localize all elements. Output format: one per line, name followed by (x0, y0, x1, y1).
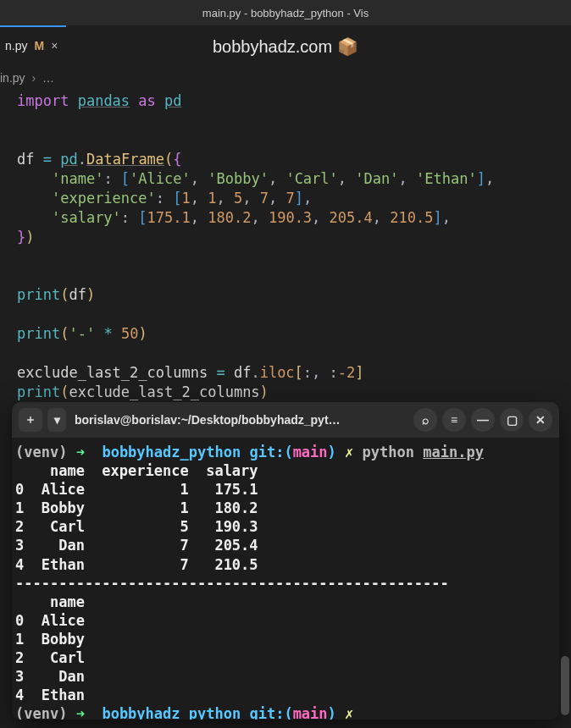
command-file: main.py (423, 444, 484, 461)
terminal-titlebar[interactable]: ＋ ▾ borislav@borislav:~/Desktop/bobbyhad… (12, 402, 559, 438)
fn-print: print (17, 286, 60, 303)
minimize-icon: — (477, 413, 489, 427)
chevron-down-icon: ▾ (54, 413, 60, 427)
tab-row: n.py M × (0, 25, 66, 63)
code-editor[interactable]: import pandas as pd df = pd.DataFrame({ … (0, 88, 571, 402)
key-experience: 'experience' (52, 190, 156, 207)
minimize-button[interactable]: — (471, 408, 495, 432)
output-row: 4 Ethan 7 210.5 (15, 556, 258, 573)
output2-header: name (15, 593, 85, 610)
output-row: 3 Dan (15, 668, 85, 685)
output-row: 1 Bobby 1 180.2 (15, 499, 258, 516)
terminal-body[interactable]: (venv) ➜ bobbyhadz_python git:(main) ✗ p… (12, 438, 559, 720)
close-icon: ✕ (535, 413, 546, 427)
close-window-button[interactable]: ✕ (529, 408, 552, 432)
cube-icon: 📦 (337, 36, 358, 57)
breadcrumb[interactable]: in.py › … (0, 68, 571, 88)
output-row: 3 Dan 7 205.4 (15, 537, 258, 554)
class-dataframe: DataFrame (86, 151, 164, 168)
tab-main-py[interactable]: n.py M × (0, 25, 66, 63)
window-titlebar: main.py - bobbyhadz_python - Vis (0, 0, 571, 25)
terminal-title: borislav@borislav:~/Desktop/bobbyhadz_py… (75, 413, 408, 427)
site-header: bobbyhadz.com 📦 (0, 25, 571, 68)
git-branch: main (293, 444, 328, 461)
breadcrumb-file: in.py (0, 71, 25, 85)
ref-pd: pd (60, 151, 77, 168)
key-salary: 'salary' (52, 209, 121, 226)
search-button[interactable]: ⌕ (413, 408, 437, 432)
op-assign: = (43, 151, 52, 168)
keyword-import: import (17, 92, 69, 109)
git-label: git: (249, 444, 284, 461)
output-row: 0 Alice (15, 612, 85, 629)
key-name: 'name' (52, 170, 103, 187)
alias-pd: pd (164, 92, 181, 109)
command-python: python (363, 444, 414, 461)
output-header: name experience salary (15, 462, 258, 479)
modified-badge: M (34, 39, 44, 52)
var-exclude: exclude_last_2_columns (17, 364, 208, 381)
prompt-venv: (venv) (15, 444, 67, 461)
terminal-window: ＋ ▾ borislav@borislav:~/Desktop/bobbyhad… (12, 402, 559, 720)
chevron-right-icon: › (31, 71, 36, 85)
terminal-scrollbar[interactable] (561, 402, 569, 720)
output-row: 4 Ethan (15, 687, 85, 703)
output-separator: ----------------------------------------… (15, 575, 449, 592)
var-df: df (17, 151, 34, 168)
scrollbar-thumb[interactable] (561, 656, 569, 715)
tab-dropdown-button[interactable]: ▾ (47, 408, 66, 432)
menu-button[interactable]: ≡ (442, 408, 466, 432)
new-tab-button[interactable]: ＋ (19, 408, 42, 432)
hamburger-icon: ≡ (451, 413, 457, 427)
tab-filename: n.py (5, 39, 27, 52)
keyword-as: as (138, 92, 155, 109)
maximize-icon: ▢ (507, 413, 518, 427)
maximize-button[interactable]: ▢ (500, 408, 524, 432)
output-row: 2 Carl 5 190.3 (15, 518, 258, 535)
prop-iloc: iloc (260, 364, 295, 381)
output-row: 0 Alice 1 175.1 (15, 481, 258, 498)
plus-icon: ＋ (25, 412, 36, 427)
prompt-path: bobbyhadz_python (102, 444, 241, 461)
module-pandas: pandas (78, 92, 130, 109)
git-dirty-icon: ✗ (345, 444, 353, 461)
output-row: 2 Carl (15, 649, 85, 666)
window-title: main.py - bobbyhadz_python - Vis (202, 7, 369, 19)
search-icon: ⌕ (422, 413, 429, 427)
site-name: bobbyhadz.com (213, 37, 332, 57)
output-row: 1 Bobby (15, 631, 85, 648)
breadcrumb-rest: … (42, 71, 54, 85)
prompt-arrow: ➜ (76, 444, 85, 461)
close-icon[interactable]: × (51, 39, 58, 52)
